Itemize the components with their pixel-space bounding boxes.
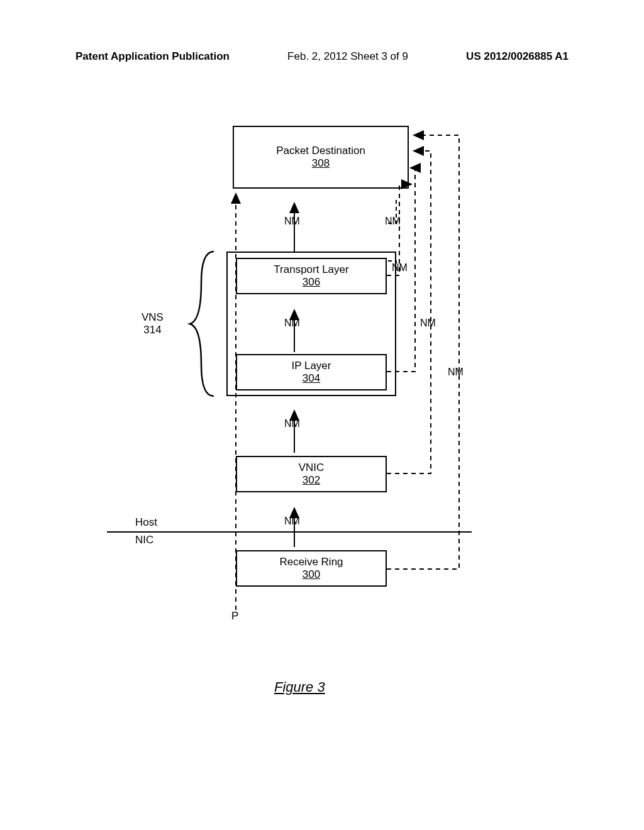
header-right: US 2012/0026885 A1 <box>466 50 569 63</box>
box-ref: 304 <box>303 372 320 385</box>
box-ref: 306 <box>303 276 320 289</box>
figure-caption: Figure 3 <box>274 679 325 695</box>
box-title: VNIC <box>299 462 325 474</box>
label-nic: NIC <box>135 534 153 546</box>
box-receive-ring: Receive Ring 300 <box>236 550 387 587</box>
label-nm-r3: NM <box>448 367 464 378</box>
box-ip-layer: IP Layer 304 <box>236 354 387 390</box>
page-header: Patent Application Publication Feb. 2, 2… <box>0 50 644 63</box>
box-transport-layer: Transport Layer 306 <box>236 258 387 294</box>
box-vnic: VNIC 302 <box>236 456 387 492</box>
label-nm-r1: NM <box>385 216 401 227</box>
label-nm-2: NM <box>284 318 300 329</box>
label-nm-r2: NM <box>420 318 436 329</box>
label-nm-4: NM <box>284 516 300 527</box>
host-nic-divider <box>107 531 472 533</box>
label-host: Host <box>135 516 157 529</box>
label-nm-3: NM <box>284 418 300 429</box>
header-left: Patent Application Publication <box>75 50 230 63</box>
box-ref: 300 <box>303 568 320 581</box>
label-vns-text: VNS <box>142 311 164 324</box>
box-title: Packet Destination <box>276 145 365 157</box>
label-nm-r1b: NM <box>392 262 408 274</box>
figure-diagram: Packet Destination 308 Transport Layer 3… <box>107 123 472 657</box>
box-title: Receive Ring <box>279 556 343 568</box>
box-title: Transport Layer <box>274 263 348 276</box>
label-nm-1: NM <box>284 216 300 227</box>
box-ref: 302 <box>303 474 320 487</box>
box-title: IP Layer <box>291 360 331 372</box>
label-vns: VNS 314 <box>142 311 164 336</box>
header-center: Feb. 2, 2012 Sheet 3 of 9 <box>287 50 408 63</box>
label-vns-ref: 314 <box>142 324 164 336</box>
label-p: P <box>231 610 238 622</box>
brace-vns <box>182 248 220 399</box>
box-packet-destination: Packet Destination 308 <box>233 126 409 189</box>
box-ref: 308 <box>312 157 330 170</box>
